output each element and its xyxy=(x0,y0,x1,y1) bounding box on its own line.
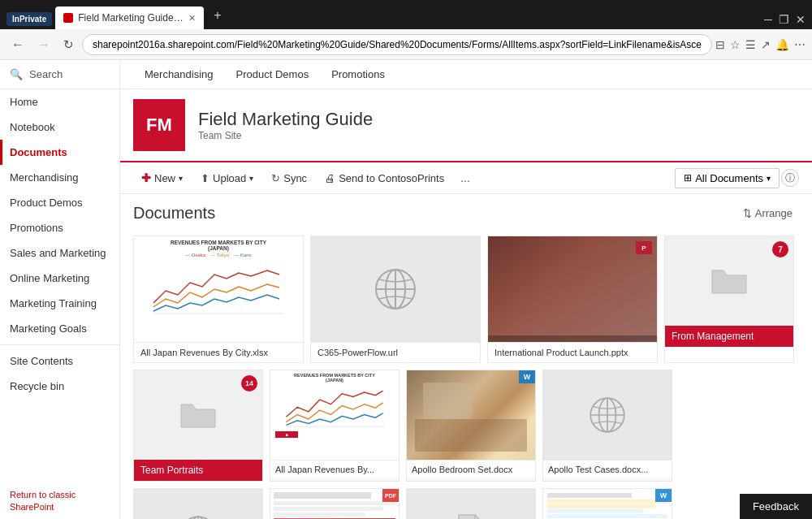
share-icon[interactable]: ↗ xyxy=(761,38,771,51)
content-tabs-bar: Merchandising Product Demos Promotions xyxy=(120,60,812,89)
browser-controls: ─ ❐ ✕ xyxy=(764,13,806,26)
folder-label-management: From Management xyxy=(665,326,793,347)
doc-card-pdf[interactable]: PDF Contoso Product Laun... xyxy=(270,488,400,519)
back-button[interactable]: ← xyxy=(6,34,29,55)
notifications-icon[interactable]: 🔔 xyxy=(775,38,789,51)
sidebar-item-merchandising[interactable]: Merchandising xyxy=(0,165,119,190)
forward-button[interactable]: → xyxy=(32,34,55,55)
site-header: FM Field Marketing Guide Team Site xyxy=(120,89,812,161)
address-bar[interactable] xyxy=(82,34,712,55)
folder-label-portraits: Team Portraits xyxy=(134,460,262,481)
sidebar-item-notebook[interactable]: Notebook xyxy=(0,115,119,140)
site-title: Field Marketing Guide xyxy=(198,109,373,130)
doc-card-pptx[interactable]: P International Product Launch.pptx xyxy=(487,236,658,363)
doc-card-powerflow2[interactable]: C365-PowerFlow.url xyxy=(133,488,263,519)
search-icon: 🔍 xyxy=(10,68,23,80)
minimize-icon[interactable]: ─ xyxy=(764,13,772,26)
dropdown-chevron-icon: ▾ xyxy=(767,174,771,183)
doc-thumbnail-pdf: PDF xyxy=(270,489,399,519)
sidebar-item-online-marketing[interactable]: Online Marketing xyxy=(0,266,119,291)
documents-header: Documents ⇅ Arrange xyxy=(133,204,799,223)
tab-title: Field Marketing Guide - ... xyxy=(78,12,184,24)
doc-card-file[interactable]: Contoso Purchasing Pro... xyxy=(406,488,536,519)
toolbar: ✚ New ▾ ⬆ Upload ▾ ↻ Sync 🖨 Send to Cont… xyxy=(120,161,812,194)
sidebar-item-site-contents[interactable]: Site Contents xyxy=(0,348,119,374)
doc-name-excel2: All Japan Revenues By... xyxy=(270,460,399,478)
window-close-icon[interactable]: ✕ xyxy=(796,13,806,26)
doc-thumbnail-excel: REVENUES FROM MARKETS BY CITY(JAPAN) — O… xyxy=(134,236,303,342)
doc-name-excel-chart: All Japan Revenues By City.xlsx xyxy=(134,342,303,362)
browser-right-icons: ⊟ ☆ ☰ ↗ 🔔 ⋯ xyxy=(715,38,806,51)
restore-icon[interactable]: ❐ xyxy=(779,13,789,26)
upload-button[interactable]: ⬆ Upload ▾ xyxy=(192,168,261,188)
tab-product-demos[interactable]: Product Demos xyxy=(225,60,321,89)
doc-card-bedroom[interactable]: W Apollo Bedroom Set.docx xyxy=(406,370,536,482)
doc-card-folder-management[interactable]: 7 From Management xyxy=(664,236,794,363)
info-button[interactable]: ⓘ xyxy=(781,169,799,187)
settings-more-icon[interactable]: ⋯ xyxy=(794,38,806,51)
documents-area: Documents ⇅ Arrange REVENUES FROM MARKET… xyxy=(120,194,812,519)
favorites-icon[interactable]: ☆ xyxy=(730,38,741,51)
classic-sharepoint-link[interactable]: Return to classic SharePoint xyxy=(10,490,76,512)
sidebar-item-marketing-training[interactable]: Marketing Training xyxy=(0,291,119,316)
sync-button[interactable]: ↻ Sync xyxy=(263,168,315,188)
new-button[interactable]: ✚ New ▾ xyxy=(133,167,191,188)
sidebar-item-documents[interactable]: Documents xyxy=(0,140,119,165)
doc-thumbnail-contract: W xyxy=(543,489,672,519)
doc-thumbnail-globe3 xyxy=(134,489,262,519)
tab-promotions[interactable]: Promotions xyxy=(320,60,396,89)
new-dropdown-icon: ▾ xyxy=(179,174,183,183)
doc-name-bedroom: Apollo Bedroom Set.docx xyxy=(407,460,535,478)
doc-name-powerflow: C365-PowerFlow.url xyxy=(311,342,480,362)
folder-thumbnail-management: 7 xyxy=(665,236,793,326)
sidebar-footer: Return to classic SharePoint xyxy=(0,482,119,519)
doc-card-powerflow[interactable]: C365-PowerFlow.url xyxy=(310,236,481,363)
refresh-button[interactable]: ↻ xyxy=(58,34,79,55)
all-documents-button[interactable]: ⊞ All Documents ▾ xyxy=(675,168,780,188)
sidebar-search[interactable]: 🔍 Search xyxy=(0,60,119,89)
doc-thumbnail-file xyxy=(407,489,535,519)
more-button[interactable]: ... xyxy=(454,167,477,188)
doc-card-excel2[interactable]: REVENUES FROM MARKETS BY CITY(JAPAN) ■ xyxy=(270,370,400,482)
folder-thumbnail-portraits: 14 xyxy=(134,370,262,460)
doc-name-apollo-test: Apollo Test Cases.docx... xyxy=(543,460,672,478)
doc-thumbnail-globe xyxy=(311,236,480,342)
arrange-icon: ⇅ xyxy=(743,207,752,219)
doc-thumbnail-globe2 xyxy=(543,370,672,460)
new-tab-button[interactable]: + xyxy=(207,5,227,26)
upload-icon: ⬆ xyxy=(201,172,209,184)
doc-card-contract[interactable]: W xyxy=(542,488,672,519)
doc-card-folder-portraits[interactable]: 14 Team Portraits xyxy=(133,370,263,482)
printer-icon: 🖨 xyxy=(325,172,335,184)
feedback-button[interactable]: Feedback xyxy=(740,494,812,519)
inprivate-badge: InPrivate xyxy=(6,12,52,26)
arrange-button[interactable]: ⇅ Arrange xyxy=(736,204,799,223)
sidebar-item-recycle-bin[interactable]: Recycle bin xyxy=(0,374,119,399)
sidebar-item-sales-marketing[interactable]: Sales and Marketing xyxy=(0,240,119,266)
doc-thumbnail-bedroom: W xyxy=(407,370,535,460)
reader-view-icon[interactable]: ⊟ xyxy=(715,38,725,51)
app-container: 🔍 Search Home Notebook Documents Merchan… xyxy=(0,60,812,519)
sync-icon: ↻ xyxy=(271,172,280,184)
sidebar-item-home[interactable]: Home xyxy=(0,89,119,115)
close-tab-icon[interactable]: ✕ xyxy=(188,13,196,24)
send-to-button[interactable]: 🖨 Send to ContosoPrints xyxy=(317,168,452,188)
hub-icon[interactable]: ☰ xyxy=(745,38,756,51)
document-grid: REVENUES FROM MARKETS BY CITY(JAPAN) — O… xyxy=(133,236,799,519)
doc-card-apollo-test[interactable]: Apollo Test Cases.docx... xyxy=(542,370,672,482)
tab-merchandising[interactable]: Merchandising xyxy=(133,60,225,89)
search-label: Search xyxy=(29,68,63,80)
sidebar-item-promotions[interactable]: Promotions xyxy=(0,215,119,240)
active-tab[interactable]: Field Marketing Guide - ... ✕ xyxy=(55,6,204,29)
doc-card-excel-chart[interactable]: REVENUES FROM MARKETS BY CITY(JAPAN) — O… xyxy=(133,236,304,363)
main-content: Merchandising Product Demos Promotions F… xyxy=(120,60,812,519)
sidebar: 🔍 Search Home Notebook Documents Merchan… xyxy=(0,60,120,519)
doc-thumbnail-excel2: REVENUES FROM MARKETS BY CITY(JAPAN) ■ xyxy=(270,370,399,460)
site-logo: FM xyxy=(133,99,185,151)
new-icon: ✚ xyxy=(141,171,151,184)
sidebar-item-marketing-goals[interactable]: Marketing Goals xyxy=(0,316,119,341)
sidebar-item-product-demos[interactable]: Product Demos xyxy=(0,190,119,215)
browser-navbar: ← → ↻ ⊟ ☆ ☰ ↗ 🔔 ⋯ xyxy=(0,29,812,60)
browser-chrome: InPrivate Field Marketing Guide - ... ✕ … xyxy=(0,0,812,29)
doc-name-pptx: International Product Launch.pptx xyxy=(488,342,657,362)
